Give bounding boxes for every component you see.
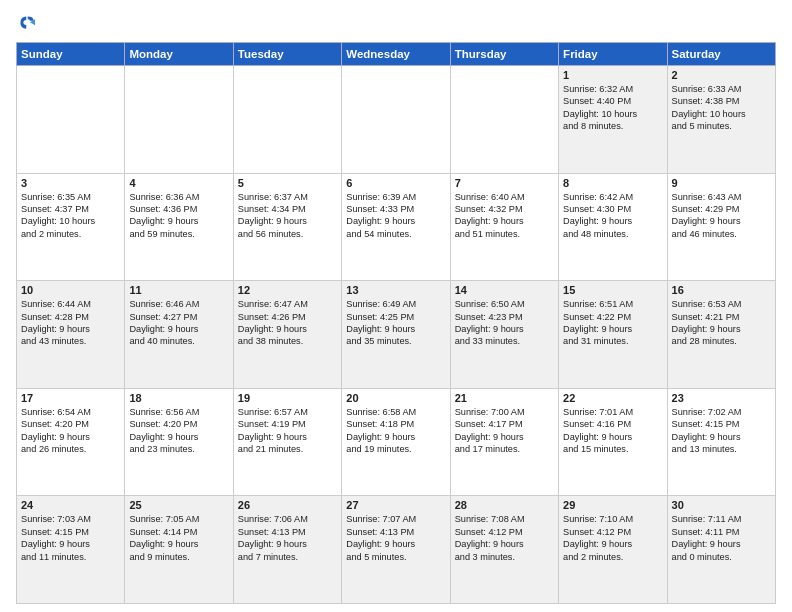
day-info: Sunrise: 7:03 AM Sunset: 4:15 PM Dayligh… — [21, 513, 120, 563]
calendar-cell: 3Sunrise: 6:35 AM Sunset: 4:37 PM Daylig… — [17, 173, 125, 281]
calendar-week-5: 24Sunrise: 7:03 AM Sunset: 4:15 PM Dayli… — [17, 496, 776, 604]
day-info: Sunrise: 6:35 AM Sunset: 4:37 PM Dayligh… — [21, 191, 120, 241]
weekday-header-monday: Monday — [125, 43, 233, 66]
logo — [16, 12, 40, 34]
calendar-cell: 15Sunrise: 6:51 AM Sunset: 4:22 PM Dayli… — [559, 281, 667, 389]
day-number: 24 — [21, 499, 120, 511]
page-header — [16, 12, 776, 34]
day-info: Sunrise: 6:39 AM Sunset: 4:33 PM Dayligh… — [346, 191, 445, 241]
weekday-header-wednesday: Wednesday — [342, 43, 450, 66]
calendar-cell: 18Sunrise: 6:56 AM Sunset: 4:20 PM Dayli… — [125, 388, 233, 496]
calendar-cell — [125, 66, 233, 174]
day-info: Sunrise: 6:58 AM Sunset: 4:18 PM Dayligh… — [346, 406, 445, 456]
day-number: 13 — [346, 284, 445, 296]
day-number: 21 — [455, 392, 554, 404]
day-number: 11 — [129, 284, 228, 296]
calendar-cell: 2Sunrise: 6:33 AM Sunset: 4:38 PM Daylig… — [667, 66, 775, 174]
day-number: 19 — [238, 392, 337, 404]
day-number: 12 — [238, 284, 337, 296]
calendar-cell: 8Sunrise: 6:42 AM Sunset: 4:30 PM Daylig… — [559, 173, 667, 281]
calendar-cell: 14Sunrise: 6:50 AM Sunset: 4:23 PM Dayli… — [450, 281, 558, 389]
day-info: Sunrise: 7:01 AM Sunset: 4:16 PM Dayligh… — [563, 406, 662, 456]
calendar-cell: 5Sunrise: 6:37 AM Sunset: 4:34 PM Daylig… — [233, 173, 341, 281]
day-info: Sunrise: 6:56 AM Sunset: 4:20 PM Dayligh… — [129, 406, 228, 456]
day-info: Sunrise: 6:43 AM Sunset: 4:29 PM Dayligh… — [672, 191, 771, 241]
day-info: Sunrise: 6:49 AM Sunset: 4:25 PM Dayligh… — [346, 298, 445, 348]
calendar-cell: 24Sunrise: 7:03 AM Sunset: 4:15 PM Dayli… — [17, 496, 125, 604]
calendar-cell: 19Sunrise: 6:57 AM Sunset: 4:19 PM Dayli… — [233, 388, 341, 496]
calendar-cell: 12Sunrise: 6:47 AM Sunset: 4:26 PM Dayli… — [233, 281, 341, 389]
calendar-week-3: 10Sunrise: 6:44 AM Sunset: 4:28 PM Dayli… — [17, 281, 776, 389]
day-info: Sunrise: 7:07 AM Sunset: 4:13 PM Dayligh… — [346, 513, 445, 563]
weekday-header-sunday: Sunday — [17, 43, 125, 66]
day-number: 28 — [455, 499, 554, 511]
calendar-cell: 26Sunrise: 7:06 AM Sunset: 4:13 PM Dayli… — [233, 496, 341, 604]
calendar-cell: 23Sunrise: 7:02 AM Sunset: 4:15 PM Dayli… — [667, 388, 775, 496]
day-number: 7 — [455, 177, 554, 189]
logo-icon — [16, 12, 38, 34]
calendar-cell: 27Sunrise: 7:07 AM Sunset: 4:13 PM Dayli… — [342, 496, 450, 604]
day-number: 16 — [672, 284, 771, 296]
day-info: Sunrise: 6:51 AM Sunset: 4:22 PM Dayligh… — [563, 298, 662, 348]
day-number: 8 — [563, 177, 662, 189]
weekday-header-tuesday: Tuesday — [233, 43, 341, 66]
calendar-week-4: 17Sunrise: 6:54 AM Sunset: 4:20 PM Dayli… — [17, 388, 776, 496]
day-number: 17 — [21, 392, 120, 404]
calendar-cell: 7Sunrise: 6:40 AM Sunset: 4:32 PM Daylig… — [450, 173, 558, 281]
day-info: Sunrise: 7:10 AM Sunset: 4:12 PM Dayligh… — [563, 513, 662, 563]
day-info: Sunrise: 7:05 AM Sunset: 4:14 PM Dayligh… — [129, 513, 228, 563]
day-info: Sunrise: 6:33 AM Sunset: 4:38 PM Dayligh… — [672, 83, 771, 133]
day-number: 9 — [672, 177, 771, 189]
calendar-cell: 25Sunrise: 7:05 AM Sunset: 4:14 PM Dayli… — [125, 496, 233, 604]
calendar-cell — [233, 66, 341, 174]
calendar-cell — [17, 66, 125, 174]
calendar-week-1: 1Sunrise: 6:32 AM Sunset: 4:40 PM Daylig… — [17, 66, 776, 174]
day-info: Sunrise: 6:46 AM Sunset: 4:27 PM Dayligh… — [129, 298, 228, 348]
day-number: 15 — [563, 284, 662, 296]
calendar-cell: 6Sunrise: 6:39 AM Sunset: 4:33 PM Daylig… — [342, 173, 450, 281]
weekday-header-friday: Friday — [559, 43, 667, 66]
day-number: 29 — [563, 499, 662, 511]
day-info: Sunrise: 6:36 AM Sunset: 4:36 PM Dayligh… — [129, 191, 228, 241]
calendar-cell: 20Sunrise: 6:58 AM Sunset: 4:18 PM Dayli… — [342, 388, 450, 496]
day-info: Sunrise: 7:08 AM Sunset: 4:12 PM Dayligh… — [455, 513, 554, 563]
day-number: 1 — [563, 69, 662, 81]
day-number: 27 — [346, 499, 445, 511]
day-info: Sunrise: 6:32 AM Sunset: 4:40 PM Dayligh… — [563, 83, 662, 133]
day-number: 3 — [21, 177, 120, 189]
weekday-header-saturday: Saturday — [667, 43, 775, 66]
day-info: Sunrise: 6:53 AM Sunset: 4:21 PM Dayligh… — [672, 298, 771, 348]
day-info: Sunrise: 6:40 AM Sunset: 4:32 PM Dayligh… — [455, 191, 554, 241]
day-number: 2 — [672, 69, 771, 81]
calendar-cell: 22Sunrise: 7:01 AM Sunset: 4:16 PM Dayli… — [559, 388, 667, 496]
calendar-cell: 29Sunrise: 7:10 AM Sunset: 4:12 PM Dayli… — [559, 496, 667, 604]
day-number: 22 — [563, 392, 662, 404]
calendar-cell — [342, 66, 450, 174]
day-number: 14 — [455, 284, 554, 296]
day-number: 23 — [672, 392, 771, 404]
calendar-cell: 11Sunrise: 6:46 AM Sunset: 4:27 PM Dayli… — [125, 281, 233, 389]
day-number: 30 — [672, 499, 771, 511]
calendar-cell: 16Sunrise: 6:53 AM Sunset: 4:21 PM Dayli… — [667, 281, 775, 389]
day-number: 20 — [346, 392, 445, 404]
calendar-table: SundayMondayTuesdayWednesdayThursdayFrid… — [16, 42, 776, 604]
day-info: Sunrise: 6:37 AM Sunset: 4:34 PM Dayligh… — [238, 191, 337, 241]
weekday-header-row: SundayMondayTuesdayWednesdayThursdayFrid… — [17, 43, 776, 66]
day-number: 4 — [129, 177, 228, 189]
calendar-cell: 17Sunrise: 6:54 AM Sunset: 4:20 PM Dayli… — [17, 388, 125, 496]
day-number: 26 — [238, 499, 337, 511]
day-number: 18 — [129, 392, 228, 404]
calendar-cell — [450, 66, 558, 174]
calendar-cell: 4Sunrise: 6:36 AM Sunset: 4:36 PM Daylig… — [125, 173, 233, 281]
calendar-cell: 1Sunrise: 6:32 AM Sunset: 4:40 PM Daylig… — [559, 66, 667, 174]
day-info: Sunrise: 7:00 AM Sunset: 4:17 PM Dayligh… — [455, 406, 554, 456]
day-info: Sunrise: 7:11 AM Sunset: 4:11 PM Dayligh… — [672, 513, 771, 563]
day-number: 10 — [21, 284, 120, 296]
calendar-cell: 13Sunrise: 6:49 AM Sunset: 4:25 PM Dayli… — [342, 281, 450, 389]
calendar-cell: 10Sunrise: 6:44 AM Sunset: 4:28 PM Dayli… — [17, 281, 125, 389]
calendar-cell: 28Sunrise: 7:08 AM Sunset: 4:12 PM Dayli… — [450, 496, 558, 604]
day-number: 6 — [346, 177, 445, 189]
day-info: Sunrise: 6:57 AM Sunset: 4:19 PM Dayligh… — [238, 406, 337, 456]
day-info: Sunrise: 7:02 AM Sunset: 4:15 PM Dayligh… — [672, 406, 771, 456]
day-number: 25 — [129, 499, 228, 511]
